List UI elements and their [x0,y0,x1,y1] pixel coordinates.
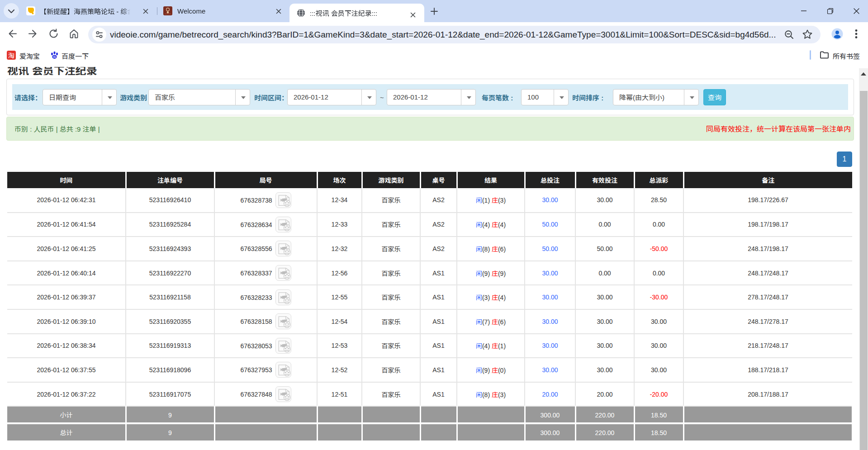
svg-text:淘: 淘 [8,51,14,60]
svg-text:du: du [53,55,57,58]
